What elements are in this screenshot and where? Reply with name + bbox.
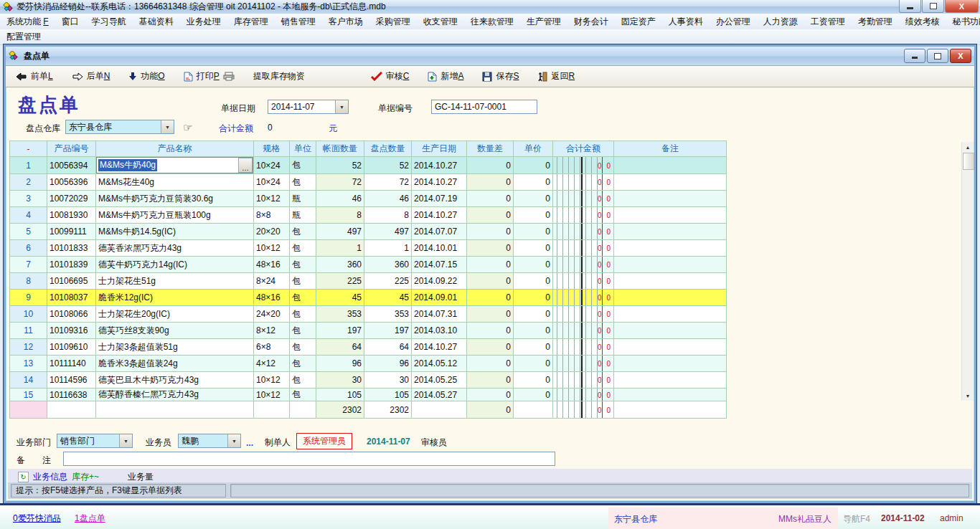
note-cell[interactable] (614, 356, 727, 372)
row-number-cell[interactable]: 7 (10, 257, 47, 273)
note-cell[interactable] (614, 290, 727, 306)
price-cell[interactable]: 0 (514, 389, 553, 401)
price-cell[interactable]: 0 (514, 273, 553, 290)
unit-cell[interactable]: 包 (290, 257, 316, 273)
price-cell[interactable]: 0 (514, 356, 553, 372)
prod-date-cell[interactable]: 2014.07.19 (412, 191, 467, 207)
menu-item[interactable]: 生产管理 (520, 14, 567, 29)
menu-item[interactable]: 基础资料 (133, 14, 180, 29)
product-name-cell[interactable]: M&Ms牛奶巧克力豆筒装30.6g (96, 191, 254, 207)
note-cell[interactable] (614, 240, 727, 257)
menu-item[interactable]: 固定资产 (615, 14, 662, 29)
row-number-cell[interactable]: 6 (10, 240, 47, 257)
spec-cell[interactable]: 8×24 (254, 273, 290, 290)
menu-item[interactable]: 业务处理 (180, 14, 227, 29)
product-code-cell[interactable]: 10108037 (47, 290, 96, 306)
book-qty-cell[interactable]: 96 (316, 356, 364, 372)
spec-cell[interactable]: 10×12 (254, 389, 290, 401)
amount-ledger-cell[interactable]: 0 0 (553, 401, 614, 419)
return-button[interactable]: 返回R (537, 70, 575, 82)
product-code-cell[interactable]: 10109610 (47, 339, 96, 356)
count-qty-cell[interactable]: 8 (364, 207, 412, 224)
menu-item[interactable]: 库存管理 (227, 14, 275, 29)
new-button[interactable]: 新增A (428, 70, 463, 82)
menu-item[interactable]: 考勤管理 (852, 14, 899, 29)
unit-cell[interactable]: 包 (290, 290, 316, 306)
row-number-cell[interactable]: 9 (10, 290, 47, 306)
unit-cell[interactable]: 包 (290, 356, 316, 372)
product-code-cell[interactable]: 10101839 (47, 257, 96, 273)
count-qty-cell[interactable]: 45 (364, 290, 412, 306)
product-name-cell[interactable]: 脆香米3条超值装24g (96, 356, 254, 372)
price-cell[interactable]: 0 (514, 290, 553, 306)
price-cell[interactable]: 0 (514, 257, 553, 273)
price-cell[interactable]: 0 (514, 323, 553, 339)
product-name-cell[interactable]: M&Ms花生40g (96, 174, 254, 191)
mdi-minimize-button[interactable] (904, 49, 925, 63)
row-number-cell[interactable]: 15 (10, 389, 47, 401)
book-qty-cell[interactable]: 353 (316, 306, 364, 323)
unit-cell[interactable]: 包 (290, 224, 316, 240)
doc-no-input[interactable]: GC-14-11-07-0001 (431, 100, 537, 114)
tab-business-qty[interactable]: 业务量 (128, 471, 154, 483)
dept-combo[interactable]: 销售部门 ▼ (57, 434, 133, 448)
product-code-cell[interactable]: 10111140 (47, 356, 96, 372)
audit-button[interactable]: 审核C (371, 70, 410, 82)
product-code-cell[interactable]: 10101833 (47, 240, 96, 257)
scroll-down-icon[interactable]: ▼ (962, 391, 974, 401)
menu-item[interactable]: 配置管理 (0, 29, 47, 44)
product-code-cell[interactable]: 10099111 (47, 224, 96, 240)
unit-cell[interactable]: 包 (290, 157, 316, 174)
product-code-cell[interactable]: 10116638 (47, 389, 96, 401)
product-code-cell[interactable]: 10108066 (47, 306, 96, 323)
unit-cell[interactable]: 瓶 (290, 207, 316, 224)
menu-item[interactable]: 收支管理 (417, 14, 464, 29)
prod-date-cell[interactable]: 2014.07.15 (412, 257, 467, 273)
product-code-cell[interactable]: 10056396 (47, 174, 96, 191)
book-qty-cell[interactable]: 105 (316, 389, 364, 401)
count-qty-cell[interactable]: 30 (364, 372, 412, 389)
prod-date-cell[interactable]: 2014.10.27 (412, 207, 467, 224)
price-cell[interactable]: 0 (514, 224, 553, 240)
note-cell[interactable] (614, 273, 727, 290)
prod-date-cell[interactable]: 2014.09.22 (412, 273, 467, 290)
unit-cell[interactable]: 包 (290, 372, 316, 389)
product-code-cell[interactable]: 10056394 (47, 157, 96, 174)
mdi-close-button[interactable]: X (950, 49, 971, 63)
spec-cell[interactable]: 10×24 (254, 157, 290, 174)
mdi-restore-button[interactable] (927, 49, 948, 63)
unit-cell[interactable]: 包 (290, 240, 316, 257)
prod-date-cell[interactable]: 2014.09.01 (412, 290, 467, 306)
amount-ledger-cell[interactable]: 0 0 (553, 323, 614, 339)
count-qty-cell[interactable]: 72 (364, 174, 412, 191)
note-cell[interactable] (614, 339, 727, 356)
count-qty-cell[interactable]: 1 (364, 240, 412, 257)
count-qty-cell[interactable]: 52 (364, 157, 412, 174)
taskbar-tab-inventory[interactable]: 1盘点单 (75, 513, 105, 525)
doc-date-dropdown-icon[interactable]: ▼ (335, 100, 348, 113)
qty-diff-cell[interactable]: 0 (467, 273, 514, 290)
count-qty-cell[interactable]: 64 (364, 339, 412, 356)
book-qty-cell[interactable]: 52 (316, 157, 364, 174)
menu-item[interactable]: 销售管理 (275, 14, 322, 29)
amount-ledger-cell[interactable]: 0 0 (553, 191, 614, 207)
menu-item[interactable]: 系统功能 F (0, 14, 55, 29)
note-cell[interactable] (614, 306, 727, 323)
prod-date-cell[interactable]: 2014.05.27 (412, 389, 467, 401)
amount-ledger-cell[interactable]: 0 0 (553, 389, 614, 401)
menu-item[interactable]: 人事资料 (662, 14, 710, 29)
prod-date-cell[interactable]: 2014.10.27 (412, 157, 467, 174)
book-qty-cell[interactable]: 45 (316, 290, 364, 306)
count-qty-cell[interactable]: 46 (364, 191, 412, 207)
prev-doc-button[interactable]: 前单L (16, 70, 53, 82)
amount-ledger-cell[interactable]: 0 0 (553, 356, 614, 372)
qty-diff-cell[interactable]: 0 (467, 240, 514, 257)
amount-ledger-cell[interactable]: 0 0 (553, 372, 614, 389)
amount-ledger-cell[interactable]: 0 0 (553, 224, 614, 240)
amount-ledger-cell[interactable]: 0 0 (553, 240, 614, 257)
count-qty-cell[interactable]: 225 (364, 273, 412, 290)
spec-cell[interactable]: 10×24 (254, 174, 290, 191)
restore-button[interactable] (922, 0, 944, 13)
product-name-cell[interactable]: 德芙巧丝8支装90g (96, 323, 254, 339)
book-qty-cell[interactable]: 197 (316, 323, 364, 339)
